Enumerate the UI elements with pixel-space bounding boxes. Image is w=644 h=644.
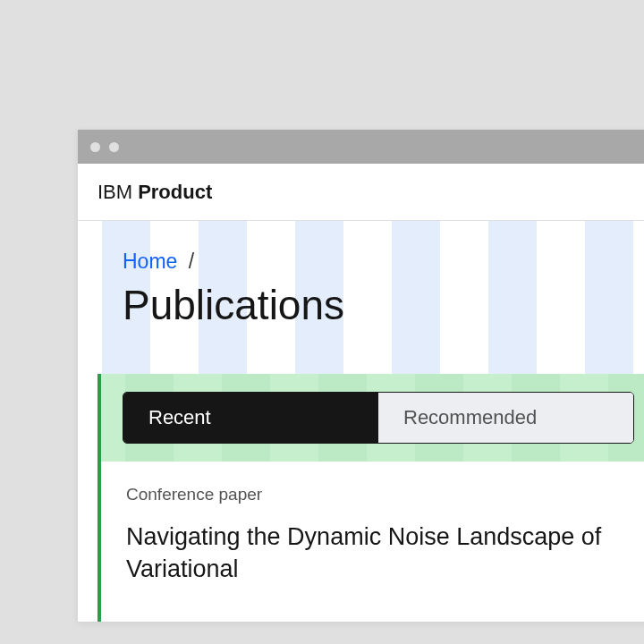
window-control-dot[interactable]: [109, 142, 119, 152]
brand-header: IBM Product: [78, 164, 644, 221]
window-titlebar: [78, 130, 644, 164]
breadcrumb: Home /: [78, 221, 644, 274]
tab-recent[interactable]: Recent: [123, 393, 378, 443]
publication-type-label: Conference paper: [126, 485, 631, 504]
brand-name-bold: Product: [138, 181, 212, 204]
breadcrumb-separator: /: [189, 250, 194, 273]
window-content: IBM Product Home / Publications Recent R…: [78, 164, 644, 622]
brand-name-light: IBM: [97, 181, 132, 204]
browser-window: IBM Product Home / Publications Recent R…: [78, 130, 644, 622]
page-title: Publications: [78, 274, 644, 374]
publication-card[interactable]: Conference paper Navigating the Dynamic …: [97, 462, 644, 622]
breadcrumb-home-link[interactable]: Home: [123, 250, 177, 273]
publication-title: Navigating the Dynamic Noise Landscape o…: [126, 521, 631, 586]
tab-recommended[interactable]: Recommended: [378, 393, 633, 443]
window-control-dot[interactable]: [90, 142, 100, 152]
content-switcher: Recent Recommended: [123, 392, 634, 444]
content-switcher-panel: Recent Recommended: [97, 374, 644, 462]
